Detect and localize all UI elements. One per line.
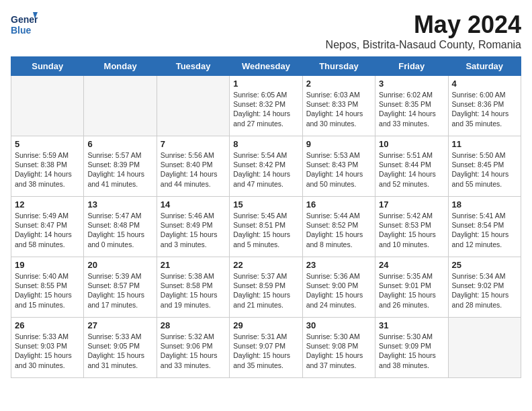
day-info: Sunrise: 5:50 AM Sunset: 8:45 PM Dayligh… (452, 150, 517, 189)
weekday-header: Thursday (302, 57, 375, 76)
day-number: 13 (87, 199, 152, 210)
weekday-header-row: SundayMondayTuesdayWednesdayThursdayFrid… (11, 57, 521, 76)
calendar-cell: 30Sunrise: 5:30 AM Sunset: 9:08 PM Dayli… (302, 318, 375, 378)
calendar-table: SundayMondayTuesdayWednesdayThursdayFrid… (11, 56, 521, 378)
day-info: Sunrise: 5:33 AM Sunset: 9:03 PM Dayligh… (15, 332, 80, 370)
calendar-cell: 27Sunrise: 5:33 AM Sunset: 9:05 PM Dayli… (84, 318, 157, 378)
calendar-cell: 12Sunrise: 5:49 AM Sunset: 8:47 PM Dayli… (11, 197, 84, 257)
day-info: Sunrise: 5:57 AM Sunset: 8:39 PM Dayligh… (87, 150, 152, 189)
day-number: 5 (15, 139, 80, 149)
calendar-cell: 24Sunrise: 5:35 AM Sunset: 9:01 PM Dayli… (375, 257, 448, 318)
calendar-cell (11, 76, 84, 136)
calendar-cell: 19Sunrise: 5:40 AM Sunset: 8:55 PM Dayli… (11, 257, 84, 318)
calendar-cell (157, 76, 229, 136)
calendar-cell: 17Sunrise: 5:42 AM Sunset: 8:53 PM Dayli… (375, 197, 448, 257)
day-number: 25 (452, 260, 517, 270)
calendar-cell: 29Sunrise: 5:31 AM Sunset: 9:07 PM Dayli… (230, 318, 302, 378)
weekday-header: Saturday (448, 57, 521, 76)
day-number: 3 (379, 79, 444, 89)
logo: General Blue (11, 11, 38, 40)
calendar-cell: 10Sunrise: 5:51 AM Sunset: 8:44 PM Dayli… (375, 136, 448, 197)
calendar-cell: 18Sunrise: 5:41 AM Sunset: 8:54 PM Dayli… (448, 197, 521, 257)
calendar-cell: 25Sunrise: 5:34 AM Sunset: 9:02 PM Dayli… (448, 257, 521, 318)
weekday-header: Friday (375, 57, 448, 76)
day-number: 24 (379, 260, 444, 270)
calendar-cell: 20Sunrise: 5:39 AM Sunset: 8:57 PM Dayli… (84, 257, 157, 318)
calendar-cell: 26Sunrise: 5:33 AM Sunset: 9:03 PM Dayli… (11, 318, 84, 378)
svg-text:General: General (11, 14, 38, 25)
day-number: 20 (87, 260, 152, 270)
day-info: Sunrise: 5:51 AM Sunset: 8:44 PM Dayligh… (379, 150, 444, 189)
day-info: Sunrise: 5:45 AM Sunset: 8:51 PM Dayligh… (233, 211, 298, 249)
calendar-cell: 4Sunrise: 6:00 AM Sunset: 8:36 PM Daylig… (448, 76, 521, 136)
calendar-week-row: 26Sunrise: 5:33 AM Sunset: 9:03 PM Dayli… (11, 318, 521, 378)
day-number: 4 (452, 79, 517, 89)
day-number: 17 (379, 199, 444, 210)
day-number: 21 (161, 260, 226, 270)
day-number: 29 (233, 320, 298, 330)
day-info: Sunrise: 5:40 AM Sunset: 8:55 PM Dayligh… (15, 271, 80, 310)
calendar-week-row: 19Sunrise: 5:40 AM Sunset: 8:55 PM Dayli… (11, 257, 521, 318)
day-info: Sunrise: 5:59 AM Sunset: 8:38 PM Dayligh… (15, 150, 80, 189)
day-number: 31 (379, 320, 444, 330)
title-area: May 2024 Nepos, Bistrita-Nasaud County, … (326, 11, 521, 51)
month-year: May 2024 (326, 11, 521, 39)
day-info: Sunrise: 5:54 AM Sunset: 8:42 PM Dayligh… (233, 150, 298, 189)
calendar-week-row: 5Sunrise: 5:59 AM Sunset: 8:38 PM Daylig… (11, 136, 521, 197)
calendar-cell: 1Sunrise: 6:05 AM Sunset: 8:32 PM Daylig… (230, 76, 302, 136)
day-info: Sunrise: 6:05 AM Sunset: 8:32 PM Dayligh… (233, 90, 298, 128)
calendar-cell: 2Sunrise: 6:03 AM Sunset: 8:33 PM Daylig… (302, 76, 375, 136)
calendar-cell: 22Sunrise: 5:37 AM Sunset: 8:59 PM Dayli… (230, 257, 302, 318)
day-number: 19 (15, 260, 80, 270)
day-info: Sunrise: 5:42 AM Sunset: 8:53 PM Dayligh… (379, 211, 444, 249)
calendar-cell: 5Sunrise: 5:59 AM Sunset: 8:38 PM Daylig… (11, 136, 84, 197)
calendar-cell: 3Sunrise: 6:02 AM Sunset: 8:35 PM Daylig… (375, 76, 448, 136)
day-number: 2 (306, 79, 371, 89)
calendar-cell: 9Sunrise: 5:53 AM Sunset: 8:43 PM Daylig… (302, 136, 375, 197)
day-info: Sunrise: 5:56 AM Sunset: 8:40 PM Dayligh… (161, 150, 226, 189)
day-info: Sunrise: 5:44 AM Sunset: 8:52 PM Dayligh… (306, 211, 371, 249)
calendar-cell: 15Sunrise: 5:45 AM Sunset: 8:51 PM Dayli… (230, 197, 302, 257)
calendar-cell: 14Sunrise: 5:46 AM Sunset: 8:49 PM Dayli… (157, 197, 229, 257)
day-number: 28 (161, 320, 226, 330)
svg-text:Blue: Blue (11, 25, 32, 36)
calendar-cell: 11Sunrise: 5:50 AM Sunset: 8:45 PM Dayli… (448, 136, 521, 197)
calendar-cell: 28Sunrise: 5:32 AM Sunset: 9:06 PM Dayli… (157, 318, 229, 378)
day-number: 15 (233, 199, 298, 210)
day-number: 26 (15, 320, 80, 330)
calendar-cell: 13Sunrise: 5:47 AM Sunset: 8:48 PM Dayli… (84, 197, 157, 257)
day-number: 11 (452, 139, 517, 149)
calendar-week-row: 1Sunrise: 6:05 AM Sunset: 8:32 PM Daylig… (11, 76, 521, 136)
calendar-cell: 23Sunrise: 5:36 AM Sunset: 9:00 PM Dayli… (302, 257, 375, 318)
day-number: 10 (379, 139, 444, 149)
day-info: Sunrise: 6:03 AM Sunset: 8:33 PM Dayligh… (306, 90, 371, 128)
day-number: 27 (87, 320, 152, 330)
header: General Blue May 2024 Nepos, Bistrita-Na… (11, 11, 521, 51)
calendar-cell: 31Sunrise: 5:30 AM Sunset: 9:09 PM Dayli… (375, 318, 448, 378)
calendar-cell: 16Sunrise: 5:44 AM Sunset: 8:52 PM Dayli… (302, 197, 375, 257)
day-info: Sunrise: 5:53 AM Sunset: 8:43 PM Dayligh… (306, 150, 371, 189)
day-number: 30 (306, 320, 371, 330)
day-number: 14 (161, 199, 226, 210)
day-info: Sunrise: 5:47 AM Sunset: 8:48 PM Dayligh… (87, 211, 152, 249)
day-info: Sunrise: 5:37 AM Sunset: 8:59 PM Dayligh… (233, 271, 298, 310)
day-info: Sunrise: 5:38 AM Sunset: 8:58 PM Dayligh… (161, 271, 226, 310)
day-info: Sunrise: 5:36 AM Sunset: 9:00 PM Dayligh… (306, 271, 371, 310)
day-info: Sunrise: 5:39 AM Sunset: 8:57 PM Dayligh… (87, 271, 152, 310)
calendar-cell: 6Sunrise: 5:57 AM Sunset: 8:39 PM Daylig… (84, 136, 157, 197)
day-number: 1 (233, 79, 298, 89)
day-info: Sunrise: 6:00 AM Sunset: 8:36 PM Dayligh… (452, 90, 517, 128)
location: Nepos, Bistrita-Nasaud County, Romania (326, 39, 521, 51)
day-number: 12 (15, 199, 80, 210)
calendar-week-row: 12Sunrise: 5:49 AM Sunset: 8:47 PM Dayli… (11, 197, 521, 257)
day-number: 8 (233, 139, 298, 149)
weekday-header: Sunday (11, 57, 84, 76)
day-info: Sunrise: 5:33 AM Sunset: 9:05 PM Dayligh… (87, 332, 152, 370)
weekday-header: Monday (84, 57, 157, 76)
weekday-header: Tuesday (157, 57, 229, 76)
day-number: 16 (306, 199, 371, 210)
day-info: Sunrise: 5:31 AM Sunset: 9:07 PM Dayligh… (233, 332, 298, 370)
calendar-cell (448, 318, 521, 378)
day-info: Sunrise: 5:49 AM Sunset: 8:47 PM Dayligh… (15, 211, 80, 249)
weekday-header: Wednesday (230, 57, 302, 76)
